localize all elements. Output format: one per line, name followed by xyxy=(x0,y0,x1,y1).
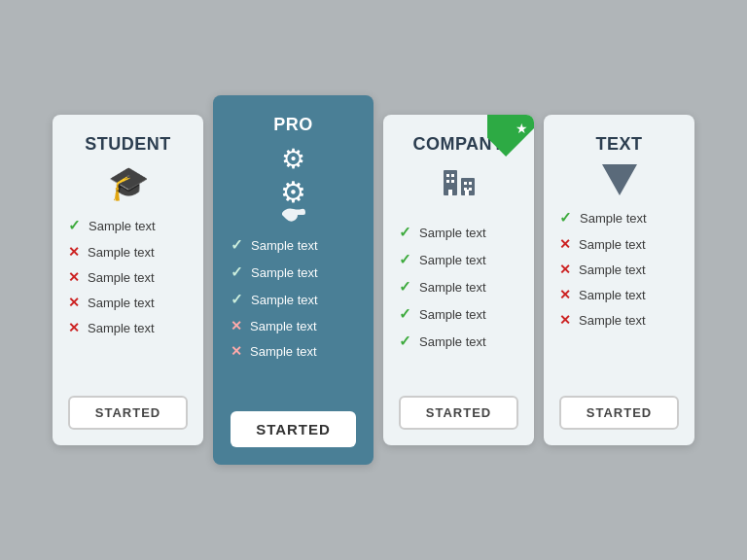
svg-rect-4 xyxy=(446,180,449,183)
check-icon: ✓ xyxy=(399,224,411,241)
svg-rect-9 xyxy=(469,188,472,191)
card-pro: PRO ⚙ ✓ Sample text ✓ Sample text ✓ Samp… xyxy=(213,95,374,465)
cross-icon: ✕ xyxy=(559,287,571,302)
list-item: ✓ Sample text xyxy=(231,263,356,281)
cross-icon: ✕ xyxy=(68,295,80,310)
check-icon: ✓ xyxy=(231,291,243,308)
list-item: ✓ Sample text xyxy=(559,209,679,227)
student-title: STUDENT xyxy=(85,134,171,155)
check-icon: ✓ xyxy=(399,332,411,350)
list-item: ✕ Sample text xyxy=(559,262,679,277)
check-icon: ✓ xyxy=(559,209,572,227)
pro-started-button[interactable]: STARTED xyxy=(231,411,356,447)
company-features: ✓ Sample text ✓ Sample text ✓ Sample tex… xyxy=(399,224,518,360)
cross-icon: ✕ xyxy=(68,320,80,335)
pro-title: PRO xyxy=(273,115,313,135)
check-icon: ✓ xyxy=(231,263,243,281)
graduate-icon xyxy=(108,162,149,203)
check-icon: ✓ xyxy=(68,217,81,234)
list-item: ✕ Sample text xyxy=(559,312,679,328)
card-student: STUDENT ✓ Sample text ✕ Sample text ✕ Sa… xyxy=(53,115,203,445)
list-item: ✕ Sample text xyxy=(68,320,188,335)
svg-rect-6 xyxy=(464,182,467,185)
gear-hand-icon: ⚙ xyxy=(278,143,309,223)
list-item: ✕ Sample text xyxy=(231,343,356,359)
list-item: ✕ Sample text xyxy=(68,244,188,260)
list-item: ✕ Sample text xyxy=(559,236,679,252)
cross-icon: ✕ xyxy=(68,269,80,285)
svg-rect-5 xyxy=(451,180,454,183)
student-started-button[interactable]: STARTED xyxy=(68,396,188,430)
svg-rect-2 xyxy=(446,174,449,177)
list-item: ✓ Sample text xyxy=(68,217,188,234)
pro-features: ✓ Sample text ✓ Sample text ✓ Sample tex… xyxy=(231,236,356,368)
text-started-button[interactable]: STARTED xyxy=(559,396,679,430)
check-icon: ✓ xyxy=(399,278,411,296)
star-icon: ★ xyxy=(516,121,528,136)
building-icon xyxy=(440,162,479,210)
list-item: ✕ Sample text xyxy=(68,295,188,310)
cross-icon: ✕ xyxy=(68,244,80,260)
student-features: ✓ Sample text ✕ Sample text ✕ Sample tex… xyxy=(68,217,188,345)
cross-icon: ✕ xyxy=(559,262,571,277)
list-item: ✓ Sample text xyxy=(399,332,518,350)
company-started-button[interactable]: STARTED xyxy=(399,396,518,430)
list-item: ✕ Sample text xyxy=(231,318,356,333)
triangle-icon xyxy=(602,162,637,195)
list-item: ✓ Sample text xyxy=(399,278,518,296)
text-features: ✓ Sample text ✕ Sample text ✕ Sample tex… xyxy=(559,209,679,337)
svg-rect-3 xyxy=(451,174,454,177)
list-item: ✓ Sample text xyxy=(231,236,356,254)
check-icon: ✓ xyxy=(399,251,411,268)
list-item: ✓ Sample text xyxy=(399,224,518,241)
text-title: TEXT xyxy=(595,134,642,155)
list-item: ✕ Sample text xyxy=(68,269,188,285)
list-item: ✕ Sample text xyxy=(559,287,679,302)
card-company: ★ COMPANY ✓ Sample text xyxy=(383,115,534,445)
featured-badge: ★ xyxy=(487,115,534,161)
card-text: TEXT ✓ Sample text ✕ Sample text ✕ Sampl… xyxy=(544,115,694,445)
cross-icon: ✕ xyxy=(559,236,571,252)
svg-rect-11 xyxy=(465,190,469,195)
svg-rect-7 xyxy=(469,182,472,185)
check-icon: ✓ xyxy=(231,236,243,254)
svg-rect-10 xyxy=(448,190,452,195)
check-icon: ✓ xyxy=(399,305,411,323)
cross-icon: ✕ xyxy=(231,318,242,333)
pricing-container: STUDENT ✓ Sample text ✕ Sample text ✕ Sa… xyxy=(53,95,694,465)
list-item: ✓ Sample text xyxy=(399,305,518,323)
list-item: ✓ Sample text xyxy=(399,251,518,268)
list-item: ✓ Sample text xyxy=(231,291,356,308)
cross-icon: ✕ xyxy=(231,343,242,359)
cross-icon: ✕ xyxy=(559,312,571,328)
